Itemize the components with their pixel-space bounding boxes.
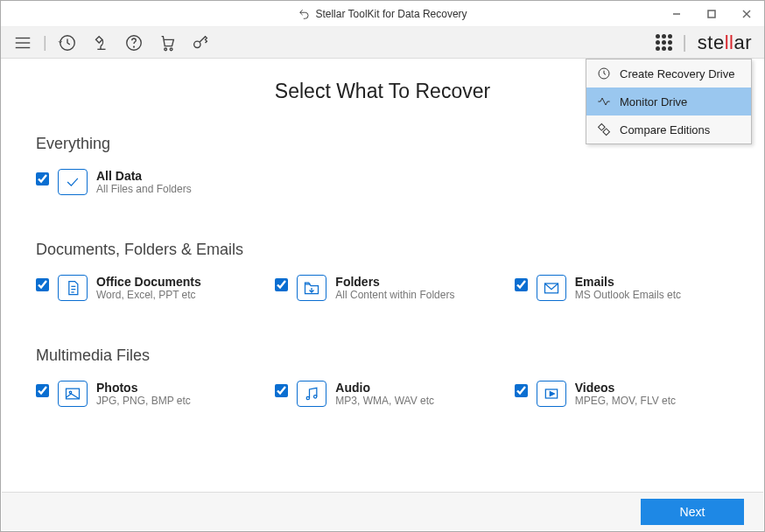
item-emails[interactable]: Emails MS Outlook Emails etc bbox=[515, 275, 729, 301]
item-subtitle: MP3, WMA, WAV etc bbox=[335, 395, 434, 407]
svg-rect-14 bbox=[599, 124, 606, 131]
svg-point-9 bbox=[133, 46, 134, 47]
svg-point-10 bbox=[164, 47, 166, 50]
window-title: Stellar ToolKit for Data Recovery bbox=[298, 8, 467, 20]
window-title-text: Stellar ToolKit for Data Recovery bbox=[315, 8, 467, 20]
section-documents: Documents, Folders & Emails Office Docum… bbox=[36, 241, 729, 301]
toolbar: | | stellar bbox=[1, 27, 764, 59]
recovery-drive-icon bbox=[597, 66, 611, 80]
checkbox-emails[interactable] bbox=[515, 278, 528, 291]
checkbox-audio[interactable] bbox=[275, 384, 288, 397]
window-controls bbox=[659, 1, 764, 27]
svg-rect-15 bbox=[603, 129, 610, 136]
section-title: Multimedia Files bbox=[36, 346, 729, 365]
cart-icon[interactable] bbox=[158, 33, 177, 52]
item-subtitle: MPEG, MOV, FLV etc bbox=[575, 395, 676, 407]
dropdown-label: Compare Editions bbox=[620, 123, 710, 136]
item-audio[interactable]: Audio MP3, WMA, WAV etc bbox=[275, 381, 489, 407]
item-subtitle: MS Outlook Emails etc bbox=[575, 289, 681, 301]
item-title: Office Documents bbox=[96, 275, 201, 289]
audio-icon bbox=[297, 381, 326, 407]
item-folders[interactable]: Folders All Content within Folders bbox=[275, 275, 489, 301]
dropdown-label: Monitor Drive bbox=[620, 95, 687, 108]
svg-point-22 bbox=[69, 391, 72, 394]
history-icon[interactable] bbox=[58, 33, 77, 52]
item-title: Folders bbox=[335, 275, 454, 289]
item-subtitle: All Files and Folders bbox=[96, 183, 192, 195]
checkbox-folders[interactable] bbox=[275, 278, 288, 291]
apps-icon[interactable] bbox=[656, 34, 672, 51]
svg-point-24 bbox=[314, 396, 317, 398]
section-multimedia: Multimedia Files Photos JPG, PNG, BMP et… bbox=[36, 346, 729, 407]
monitor-drive-icon bbox=[597, 94, 611, 108]
compare-icon bbox=[597, 122, 611, 136]
key-icon[interactable] bbox=[191, 33, 210, 52]
close-button[interactable] bbox=[729, 1, 764, 27]
item-office[interactable]: Office Documents Word, Excel, PPT etc bbox=[36, 275, 250, 301]
item-subtitle: Word, Excel, PPT etc bbox=[96, 289, 201, 301]
svg-point-23 bbox=[306, 396, 309, 399]
svg-marker-26 bbox=[550, 392, 554, 396]
footer: Next bbox=[2, 492, 763, 530]
item-all-data[interactable]: All Data All Files and Folders bbox=[36, 169, 263, 195]
item-title: Audio bbox=[335, 381, 434, 395]
all-data-icon bbox=[58, 169, 88, 195]
email-icon bbox=[537, 275, 566, 301]
apps-dropdown: Create Recovery Drive Monitor Drive Comp… bbox=[586, 59, 752, 144]
item-title: Emails bbox=[575, 275, 681, 289]
brand-logo: stellar bbox=[698, 32, 752, 54]
dropdown-label: Create Recovery Drive bbox=[620, 67, 735, 80]
next-button[interactable]: Next bbox=[641, 499, 744, 525]
checkbox-videos[interactable] bbox=[515, 384, 528, 397]
svg-point-11 bbox=[170, 47, 172, 50]
item-photos[interactable]: Photos JPG, PNG, BMP etc bbox=[36, 381, 250, 407]
menu-icon[interactable] bbox=[13, 33, 32, 52]
maximize-button[interactable] bbox=[694, 1, 729, 27]
microscope-icon[interactable] bbox=[91, 33, 110, 52]
dropdown-item-compare-editions[interactable]: Compare Editions bbox=[586, 116, 751, 144]
video-icon bbox=[537, 381, 566, 407]
minimize-button[interactable] bbox=[659, 1, 694, 27]
titlebar: Stellar ToolKit for Data Recovery bbox=[1, 1, 764, 27]
checkbox-office[interactable] bbox=[36, 278, 49, 291]
photo-icon bbox=[58, 381, 88, 407]
item-subtitle: JPG, PNG, BMP etc bbox=[96, 395, 191, 407]
checkbox-photos[interactable] bbox=[36, 384, 49, 397]
item-title: Videos bbox=[575, 381, 676, 395]
folder-icon bbox=[297, 275, 326, 301]
dropdown-item-monitor-drive[interactable]: Monitor Drive bbox=[586, 88, 751, 116]
undo-icon bbox=[298, 8, 310, 20]
help-icon[interactable] bbox=[124, 33, 144, 52]
section-title: Documents, Folders & Emails bbox=[36, 241, 729, 259]
svg-point-12 bbox=[193, 41, 200, 47]
checkbox-all-data[interactable] bbox=[36, 172, 49, 186]
item-title: All Data bbox=[96, 169, 192, 183]
svg-rect-1 bbox=[708, 10, 715, 18]
item-subtitle: All Content within Folders bbox=[335, 289, 454, 301]
document-icon bbox=[58, 275, 88, 301]
item-videos[interactable]: Videos MPEG, MOV, FLV etc bbox=[515, 381, 729, 407]
dropdown-item-recovery-drive[interactable]: Create Recovery Drive bbox=[586, 60, 751, 88]
item-title: Photos bbox=[96, 381, 191, 395]
